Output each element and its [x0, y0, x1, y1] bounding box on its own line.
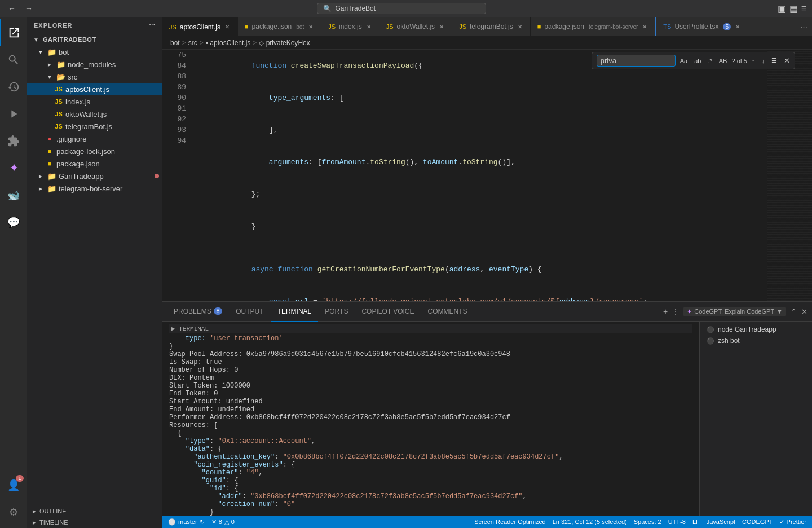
tree-item-aptosclient[interactable]: JS aptosClient.js	[27, 83, 162, 95]
terminal-tab-label: TERMINAL	[277, 307, 312, 315]
breadcrumb-part[interactable]: ◇ privateKeyHex	[259, 39, 310, 47]
timeline-section[interactable]: ► TIMELINE	[27, 517, 162, 528]
tree-item-node-modules[interactable]: ► 📁 node_modules	[27, 58, 162, 71]
errors-status[interactable]: ✕ 8 △ 0	[211, 518, 235, 526]
codegpt-icon[interactable]: ✦	[0, 155, 27, 182]
tab-close-button[interactable]: ✕	[224, 23, 231, 30]
account-icon[interactable]: 👤 1	[0, 472, 27, 499]
copilot-voice-tab[interactable]: COPILOT VOICE	[355, 302, 421, 322]
outline-section[interactable]: ► OUTLINE	[27, 505, 162, 517]
tab-label: oktoWallet.js	[397, 23, 435, 30]
git-branch-status[interactable]: ⚪ master ↻	[168, 518, 205, 526]
encoding-status[interactable]: UTF-8	[668, 518, 686, 525]
terminal-sessions-panel: ⚫ node GariTradeapp ⚫ zsh bot	[699, 322, 812, 528]
source-control-icon[interactable]	[0, 73, 27, 100]
problems-tab[interactable]: PROBLEMS 8	[167, 302, 229, 322]
panel-split-button[interactable]: ⋮	[672, 307, 679, 315]
tab-overflow-button[interactable]: ⋯	[796, 23, 812, 31]
layout-icon-3[interactable]: ▤	[789, 3, 798, 14]
breadcrumb-part[interactable]: ▪ aptosClient.js	[206, 39, 251, 47]
terminal-content[interactable]: ▶ TERMINAL type: 'user_transaction' } Sw…	[162, 322, 699, 528]
prettier-status[interactable]: ✓ Prettier	[779, 518, 806, 526]
tab-aptosclient[interactable]: JS aptosClient.js ✕	[162, 17, 238, 37]
terminal-line: Is Swap: true	[169, 358, 692, 366]
regex-button[interactable]: .*	[705, 56, 714, 65]
search-text: GariTradeBot	[335, 5, 376, 12]
terminal-line: {	[169, 429, 692, 437]
close-find-button[interactable]: ✕	[784, 56, 790, 65]
terminal-session-node[interactable]: ⚫ node GariTradeapp	[700, 324, 812, 335]
codegpt-status[interactable]: CODEGPT	[742, 518, 773, 525]
tree-item-indexjs[interactable]: JS index.js	[27, 95, 162, 108]
tree-item-bot[interactable]: ▼ 📁 bot	[27, 46, 162, 58]
layout-icon-2[interactable]: ▣	[778, 3, 786, 14]
match-case-button[interactable]: Aa	[678, 56, 690, 65]
spaces-status[interactable]: Spaces: 2	[634, 518, 661, 525]
comments-tab[interactable]: COMMENTS	[421, 302, 474, 322]
tab-close-button[interactable]: ✕	[517, 23, 523, 30]
terminal-tab[interactable]: TERMINAL	[271, 302, 319, 322]
tab-telegrambot[interactable]: JS telegramBot.js ✕	[452, 17, 531, 37]
preserve-case-button[interactable]: AB	[717, 56, 730, 65]
line-ending-status[interactable]: LF	[692, 518, 700, 525]
panel-maximize-button[interactable]: ⌃	[791, 307, 797, 316]
tab-close-button[interactable]: ✕	[307, 23, 314, 30]
explorer-icon[interactable]	[0, 19, 27, 46]
tab-close-button[interactable]: ✕	[365, 23, 372, 30]
position-status[interactable]: Ln 321, Col 12 (5 selected)	[553, 518, 627, 525]
tree-root[interactable]: ▼ GARITRADEBOT	[27, 33, 162, 46]
tree-item-package-lock[interactable]: ■ package-lock.json	[27, 145, 162, 157]
docker-icon[interactable]: 🐋	[0, 182, 27, 209]
tree-item-package-json[interactable]: ■ package.json	[27, 157, 162, 170]
run-debug-icon[interactable]	[0, 100, 27, 127]
find-input[interactable]	[597, 55, 676, 67]
node-icon: ⚫	[707, 326, 714, 333]
tab-package-json-telegram[interactable]: ■ package.json telegram-bot-server ✕	[531, 17, 656, 37]
tab-indexjs[interactable]: JS index.js ✕	[321, 17, 379, 37]
tree-item-gitignore[interactable]: ● .gitignore	[27, 133, 162, 145]
search-bar[interactable]: 🔍 GariTradeBot	[317, 3, 486, 14]
chat-icon[interactable]: 💬	[0, 209, 27, 236]
tab-close-button[interactable]: ✕	[641, 23, 648, 30]
tab-userprofile[interactable]: TS UserProfile.tsx 5 ✕	[655, 17, 748, 37]
layout-icon-1[interactable]: □	[769, 3, 774, 14]
extensions-icon[interactable]	[0, 127, 27, 155]
code-line-92	[198, 243, 759, 253]
tree-item-telegrambot[interactable]: JS telegramBot.js	[27, 120, 162, 133]
tab-close-button[interactable]: ✕	[438, 23, 445, 30]
tree-item-garitradeapp[interactable]: ► 📁 GariTradeapp	[27, 170, 162, 182]
codegpt-explain-button[interactable]: ✦ CodeGPT: Explain CodeGPT ▼	[683, 307, 786, 316]
toggle-replace-button[interactable]: ☰	[769, 56, 779, 65]
chevron-right-icon: ►	[36, 173, 45, 179]
chevron-down-icon: ▼	[776, 308, 783, 315]
tab-oktowallet[interactable]: JS oktoWallet.js ✕	[379, 17, 452, 37]
tree-item-src[interactable]: ▼ 📂 src	[27, 71, 162, 83]
search-activity-icon[interactable]	[0, 46, 27, 73]
breadcrumb-part[interactable]: src	[188, 39, 197, 47]
terminal-session-zsh[interactable]: ⚫ zsh bot	[700, 335, 812, 346]
terminal-header-label: ▶ TERMINAL	[169, 325, 209, 332]
output-tab[interactable]: OUTPUT	[229, 302, 270, 322]
terminal-line: End Amount: undefined	[169, 406, 692, 413]
tree-item-telegram-bot-server[interactable]: ► 📁 telegram-bot-server	[27, 182, 162, 195]
tab-package-json-bot[interactable]: ■ package.json bot ✕	[238, 17, 321, 37]
layout-icon-4[interactable]: ≡	[801, 3, 806, 14]
breadcrumb-part[interactable]: bot	[170, 39, 180, 47]
forward-button[interactable]: →	[23, 3, 35, 14]
prev-match-button[interactable]: ↑	[749, 56, 757, 65]
language-status[interactable]: JavaScript	[707, 518, 735, 525]
code-content[interactable]: function createSwapTransactionPayload({ …	[191, 50, 767, 301]
ports-tab[interactable]: PORTS	[318, 302, 355, 322]
panel-close-button[interactable]: ✕	[801, 307, 807, 316]
tab-close-button[interactable]: ✕	[734, 23, 741, 30]
next-match-button[interactable]: ↓	[760, 56, 767, 65]
tree-item-oktowallet[interactable]: JS oktoWallet.js	[27, 108, 162, 120]
back-button[interactable]: ←	[6, 3, 18, 14]
sidebar-menu-icon[interactable]: ⋯	[149, 21, 156, 29]
code-editor[interactable]: Aa ab .* AB ? of 5 ↑ ↓ ☰ ✕ 75 84 88 89 9…	[162, 50, 812, 301]
panel-add-terminal[interactable]: +	[663, 307, 668, 316]
match-word-button[interactable]: ab	[692, 56, 703, 65]
chevron-right-icon: ►	[32, 520, 37, 526]
panel: PROBLEMS 8 OUTPUT TERMINAL PORTS COPILOT…	[162, 301, 812, 516]
settings-icon[interactable]: ⚙	[0, 499, 27, 526]
